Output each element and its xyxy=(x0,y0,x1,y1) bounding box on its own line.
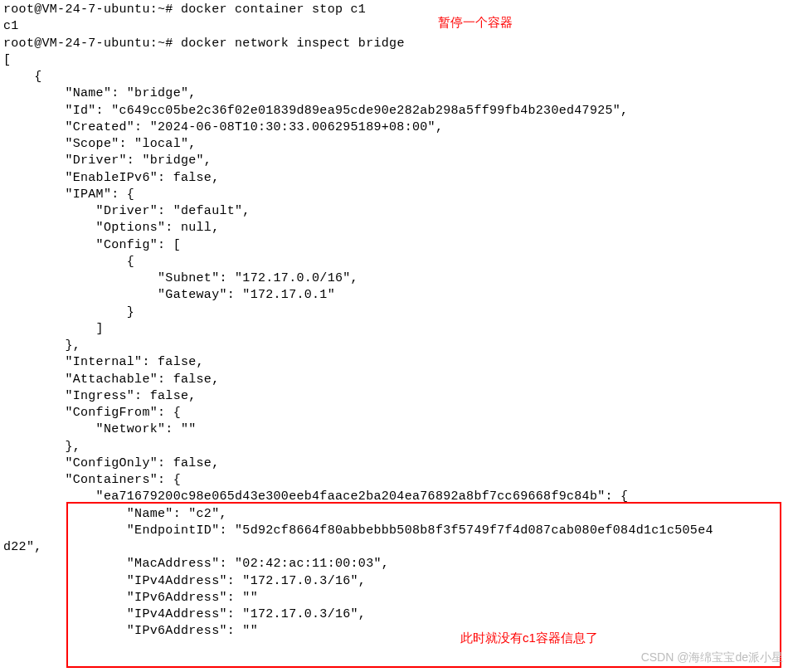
json-line: "IPv4Address": "172.17.0.3/16", xyxy=(3,574,366,588)
shell-prompt: root@VM-24-7-ubuntu:~# xyxy=(3,37,181,51)
command-stop: docker container stop c1 xyxy=(181,2,366,17)
json-line: "Internal": false, xyxy=(3,355,204,369)
json-line: "Name": "c2", xyxy=(3,507,227,521)
json-line: { xyxy=(3,255,134,269)
json-line: ] xyxy=(3,322,104,336)
json-line: "Ingress": false, xyxy=(3,389,197,403)
terminal-output[interactable]: root@VM-24-7-ubuntu:~# docker container … xyxy=(0,0,793,642)
json-line: "Network": "" xyxy=(3,422,197,436)
json-line: "ConfigFrom": { xyxy=(3,406,181,420)
csdn-watermark: CSDN @海绵宝宝de派小星 xyxy=(641,650,783,665)
json-line: "ConfigOnly": false, xyxy=(3,456,219,470)
json-line: } xyxy=(3,305,134,319)
json-line: "Id": "c649cc05be2c36f02e01839d89ea95cde… xyxy=(3,104,628,118)
json-line: "IPv6Address": "" xyxy=(3,624,258,638)
annotation-no-c1: 此时就没有c1容器信息了 xyxy=(460,631,598,646)
json-line: }, xyxy=(3,338,80,353)
json-line: "Gateway": "172.17.0.1" xyxy=(3,288,335,302)
json-line: "Attachable": false, xyxy=(3,373,219,387)
json-line: "Driver": "bridge", xyxy=(3,153,212,168)
command-inspect: docker network inspect bridge xyxy=(181,37,405,51)
json-line: { xyxy=(3,70,42,84)
json-line: "Config": [ xyxy=(3,238,181,252)
json-line: "Containers": { xyxy=(3,473,181,487)
json-line-wrap: d22", xyxy=(3,540,42,554)
json-line: "Scope": "local", xyxy=(3,137,197,151)
json-line: "IPv6Address": "" xyxy=(3,591,258,605)
json-line: "MacAddress": "02:42:ac:11:00:03", xyxy=(3,557,389,571)
annotation-stop-container: 暂停一个容器 xyxy=(438,15,513,31)
json-line: "Driver": "default", xyxy=(3,204,251,218)
output-line: c1 xyxy=(3,19,19,33)
json-line: "IPv4Address": "172.17.0.3/16", xyxy=(3,607,366,621)
json-line: "EndpointID": "5d92cf8664f80abbebbb508b8… xyxy=(3,523,713,538)
shell-prompt: root@VM-24-7-ubuntu:~# xyxy=(3,2,181,17)
json-line: "Options": null, xyxy=(3,221,219,235)
json-line: "Created": "2024-06-08T10:30:33.00629518… xyxy=(3,120,443,134)
json-line: "ea71679200c98e065d43e300eeb4faace2ba204… xyxy=(3,489,628,504)
json-line: "EnableIPv6": false, xyxy=(3,171,219,185)
json-line: "Subnet": "172.17.0.0/16", xyxy=(3,271,358,285)
json-line: [ xyxy=(3,53,11,67)
json-line: "Name": "bridge", xyxy=(3,86,197,100)
json-line: "IPAM": { xyxy=(3,187,134,202)
json-line: }, xyxy=(3,440,80,454)
